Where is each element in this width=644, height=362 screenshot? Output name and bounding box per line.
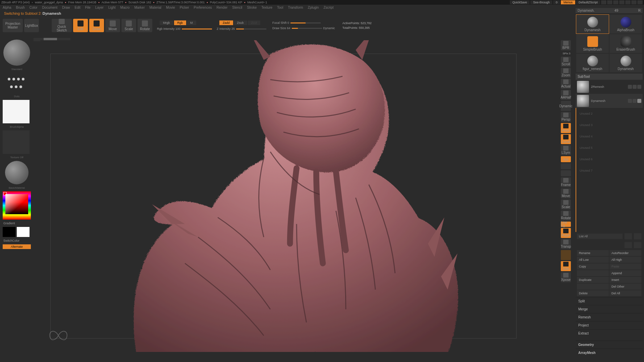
gradient-label[interactable]: Gradient (3, 221, 31, 226)
m-button[interactable]: M (187, 20, 196, 25)
rotate-button[interactable]: Rotate (138, 19, 152, 32)
unused-slot[interactable]: Unused 5 (576, 142, 643, 154)
menu-preferences[interactable]: Preferences (194, 6, 212, 9)
unused-slot[interactable]: Unused 4 (576, 131, 643, 142)
menus-button[interactable]: Menus (561, 0, 575, 4)
zsub-button[interactable]: Zsub (234, 20, 247, 25)
z-intensity-slider[interactable] (236, 28, 266, 29)
actual-button[interactable]: Actual (561, 79, 571, 89)
dynamic-button[interactable]: Dynamic (561, 101, 571, 111)
mrgb-button[interactable]: Mrgb (160, 20, 173, 25)
allhigh-button[interactable]: All High (609, 257, 641, 263)
move-button[interactable]: Move (105, 19, 120, 32)
arrow-up-button[interactable] (625, 233, 632, 239)
menu-stencil[interactable]: Stencil (232, 6, 242, 9)
secondary-color[interactable] (3, 227, 15, 237)
merge-section[interactable]: Merge (576, 305, 643, 313)
mask-icon[interactable] (633, 85, 637, 89)
maximize-icon[interactable] (631, 0, 637, 4)
transp-button[interactable]: Transp (561, 239, 571, 249)
tool-thumb-4[interactable]: figur_remesh (576, 54, 609, 72)
close-icon[interactable] (637, 0, 643, 4)
paint-icon[interactable] (628, 85, 632, 89)
draw-size-label[interactable]: Draw Size 64 (272, 26, 290, 30)
delete-button[interactable]: Delete (577, 290, 609, 296)
polyf-button[interactable]: PolyF (561, 228, 571, 238)
zoom-button[interactable]: Zoom (561, 68, 571, 78)
material-thumbnail[interactable] (5, 161, 29, 184)
menu-macro[interactable]: Macro (120, 6, 130, 9)
arrow-down-button[interactable] (634, 233, 641, 239)
copy-button[interactable]: Copy (577, 263, 609, 269)
aahalf-button[interactable]: AAHalf (561, 90, 571, 100)
local-button[interactable]: Local (561, 134, 571, 144)
seethrough-label[interactable]: See-through (530, 0, 552, 4)
duplicate-button[interactable]: Duplicate (577, 277, 609, 283)
menu-picker[interactable]: Picker (180, 6, 189, 9)
autoreorder-button[interactable]: AutoReorder (609, 250, 641, 256)
ghost-button[interactable] (561, 250, 571, 260)
xyz-button[interactable]: Xyz (561, 156, 571, 162)
scroll-button[interactable]: Scroll (561, 57, 571, 67)
menu-zplugin[interactable]: Zplugin (308, 6, 319, 9)
tool-thumb-2[interactable]: SimpleBrush (576, 34, 609, 53)
linefill-button[interactable]: Line Fill (561, 222, 571, 227)
spix-label[interactable]: SPix 3 (561, 51, 572, 56)
tool-thumb-3[interactable]: EraserBrush (609, 34, 642, 53)
xpose-button[interactable]: Xpose (561, 272, 571, 282)
scale-button[interactable]: Scale (121, 19, 136, 32)
menu-file[interactable]: File (85, 6, 91, 9)
tool-thumb-1[interactable]: AlphaBrush (609, 15, 642, 34)
move2-button[interactable]: Move (561, 188, 571, 198)
focal-shift-label[interactable]: Focal Shift 0 (272, 21, 289, 24)
rgb-button[interactable]: Rgb (174, 20, 186, 25)
rotate2-button[interactable]: Rotate (561, 210, 571, 221)
menu-light[interactable]: Light (108, 6, 116, 9)
projection-master-button[interactable]: Projection Master (3, 19, 23, 32)
eye-icon[interactable] (637, 99, 641, 103)
vis-icon[interactable] (637, 85, 641, 89)
arraymesh-section[interactable]: ArrayMesh (576, 349, 643, 357)
misc2-button[interactable] (561, 170, 571, 176)
insert-button[interactable]: Insert (609, 277, 641, 283)
project-section[interactable]: Project (576, 321, 643, 329)
zadd-button[interactable]: Zadd (219, 20, 233, 25)
mask-icon[interactable] (633, 99, 637, 103)
layout3-icon[interactable] (613, 0, 619, 4)
draw-button[interactable]: Draw (89, 19, 104, 32)
paint-icon[interactable] (628, 99, 632, 103)
arrow-move-button[interactable] (625, 242, 632, 248)
lightbox-button[interactable]: LightBox (24, 19, 39, 32)
quicksketch-button[interactable]: Quick Sketch (52, 19, 72, 32)
remesh-section[interactable]: Remesh (576, 313, 643, 321)
persp-button[interactable]: Persp (561, 112, 571, 122)
menu-stroke[interactable]: Stroke (247, 6, 257, 9)
draw-size-slider[interactable] (292, 28, 322, 29)
layout4-icon[interactable] (619, 0, 625, 4)
menu-transform[interactable]: Transform (288, 6, 303, 9)
solo-button[interactable]: Solo (561, 261, 571, 271)
frame-button[interactable]: Frame (561, 177, 571, 187)
quicksave-button[interactable]: QuickSave (510, 0, 530, 4)
z-intensity-label[interactable]: Z Intensity 25 (217, 27, 235, 31)
primary-color[interactable] (17, 227, 30, 237)
color-picker[interactable] (3, 191, 31, 220)
unused-slot[interactable]: Unused 3 (576, 119, 643, 131)
tool-thumb-0[interactable]: Dynamesh (576, 15, 609, 34)
edit-button[interactable]: Edit (73, 19, 88, 32)
delall-button[interactable]: Del All (609, 290, 641, 296)
paste-button[interactable]: Paste (609, 263, 641, 269)
menu-material[interactable]: Material (150, 6, 162, 9)
texture-thumbnail[interactable] (3, 130, 30, 154)
menu-tool[interactable]: Tool (277, 6, 283, 9)
menu-marker[interactable]: Marker (134, 6, 145, 9)
tool-r[interactable]: R (638, 9, 641, 12)
menu-alpha[interactable]: Alpha (3, 6, 11, 9)
misc1-button[interactable] (561, 163, 571, 169)
append-button[interactable]: Append (609, 270, 641, 276)
subtool-row-0[interactable]: ZRemesh (576, 80, 643, 94)
focal-shift-slider[interactable] (290, 22, 321, 23)
list-all-button[interactable]: List All (577, 234, 623, 239)
arrow-swap-button[interactable] (634, 242, 641, 248)
alpha-thumbnail[interactable] (3, 100, 30, 123)
